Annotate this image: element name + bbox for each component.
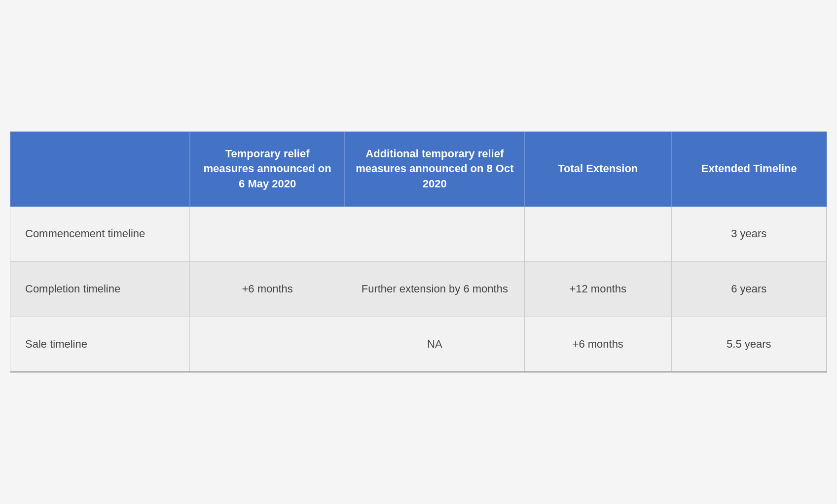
row-label: Completion timeline <box>10 261 190 317</box>
cell-extended: 6 years <box>671 261 826 317</box>
main-table-wrapper: Temporary relief measures announced on 6… <box>10 131 827 373</box>
cell-total: +12 months <box>524 261 671 317</box>
cell-extended: 3 years <box>671 207 826 261</box>
header-col-may: Temporary relief measures announced on 6… <box>190 132 345 207</box>
cell-oct: NA <box>345 317 524 372</box>
cell-oct <box>345 207 524 261</box>
cell-total <box>524 207 671 261</box>
cell-extended: 5.5 years <box>671 317 826 372</box>
header-col-oct: Additional temporary relief measures ann… <box>345 132 524 207</box>
cell-may <box>190 317 345 372</box>
table-header-row: Temporary relief measures announced on 6… <box>10 132 827 207</box>
table-row: Commencement timeline3 years <box>10 207 827 261</box>
row-label: Commencement timeline <box>10 207 190 261</box>
cell-oct: Further extension by 6 months <box>345 261 524 317</box>
relief-measures-table: Temporary relief measures announced on 6… <box>10 132 827 373</box>
cell-may <box>190 207 345 261</box>
cell-total: +6 months <box>524 317 671 372</box>
row-label: Sale timeline <box>10 317 190 372</box>
header-col-total: Total Extension <box>524 132 671 207</box>
cell-may: +6 months <box>190 261 345 317</box>
header-col-label <box>10 132 190 207</box>
table-row: Completion timeline+6 monthsFurther exte… <box>10 261 827 317</box>
header-col-extended: Extended Timeline <box>671 132 826 207</box>
table-row: Sale timelineNA+6 months5.5 years <box>10 317 827 372</box>
